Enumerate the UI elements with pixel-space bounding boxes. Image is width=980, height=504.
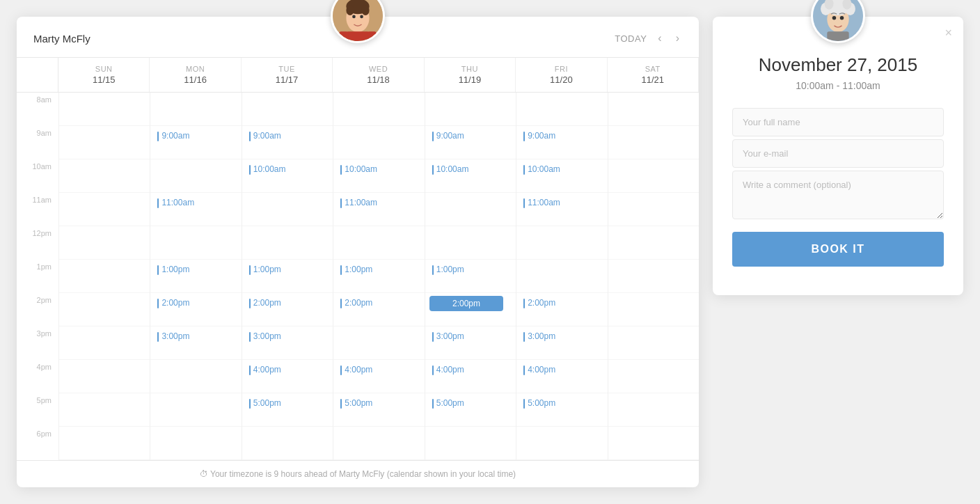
next-week-button[interactable]: › [673, 29, 682, 47]
book-thu-2pm[interactable]: 2:00pm [429, 296, 504, 311]
time-6pm: 6pm [17, 427, 58, 460]
slot-tue-1pm: 1:00pm [242, 260, 333, 293]
time-1pm: 1pm [17, 260, 58, 293]
slot-thu-4pm: 4:00pm [425, 360, 516, 393]
book-tue-9am[interactable]: 9:00am [246, 129, 284, 143]
slot-tue-8am [242, 93, 333, 126]
slot-mon-8am [150, 93, 241, 126]
slot-sat-10am [608, 159, 699, 193]
book-tue-5pm[interactable]: 5:00pm [246, 397, 284, 410]
slot-wed-4pm: 4:00pm [333, 360, 424, 393]
svg-point-18 [840, 16, 844, 20]
slot-thu-12pm [425, 226, 516, 260]
book-mon-1pm[interactable]: 1:00pm [155, 263, 192, 276]
time-2pm: 2pm [17, 293, 58, 326]
book-mon-9am[interactable]: 9:00am [155, 129, 192, 143]
slot-wed-10am: 10:00am [333, 159, 424, 193]
time-header-cell [17, 58, 58, 92]
comment-input[interactable] [732, 171, 944, 219]
slot-sun-8am [59, 93, 150, 126]
book-thu-5pm[interactable]: 5:00pm [429, 397, 467, 410]
slot-thu-2pm: 2:00pm [425, 293, 516, 326]
book-mon-3pm[interactable]: 3:00pm [155, 330, 192, 343]
book-thu-10am[interactable]: 10:00am [429, 163, 472, 176]
slot-sun-9am [59, 126, 150, 159]
book-thu-4pm[interactable]: 4:00pm [429, 363, 467, 377]
book-thu-1pm[interactable]: 1:00pm [429, 263, 467, 276]
slot-sat-8am [608, 93, 699, 126]
slot-fri-12pm [516, 226, 607, 260]
slot-fri-11am: 11:00am [516, 193, 607, 226]
slot-fri-2pm: 2:00pm [516, 293, 607, 326]
slot-sat-3pm [608, 326, 699, 360]
today-button[interactable]: TODAY [615, 33, 647, 44]
day-col-tue: 9:00am 10:00am 1:00pm 2:00pm 3:00pm 4:00… [242, 93, 333, 460]
book-mon-11am[interactable]: 11:00am [155, 196, 197, 210]
slot-sun-4pm [59, 360, 150, 393]
slot-tue-6pm [242, 427, 333, 460]
close-button[interactable]: × [945, 26, 952, 39]
day-header-fri: FRI 11/20 [516, 58, 607, 92]
book-wed-11am[interactable]: 11:00am [338, 196, 380, 210]
book-fri-2pm[interactable]: 2:00pm [521, 297, 558, 310]
slot-mon-4pm [150, 360, 241, 393]
book-thu-9am[interactable]: 9:00am [429, 129, 467, 143]
email-input[interactable] [732, 139, 944, 168]
book-tue-4pm[interactable]: 4:00pm [246, 363, 284, 377]
time-8am: 8am [17, 93, 58, 126]
slot-mon-10am [150, 159, 241, 193]
svg-point-17 [832, 16, 837, 20]
book-wed-4pm[interactable]: 4:00pm [338, 363, 375, 377]
prev-week-button[interactable]: ‹ [655, 29, 664, 47]
book-thu-3pm[interactable]: 3:00pm [429, 330, 467, 343]
time-9am: 9am [17, 126, 58, 159]
avatar-marty-icon [333, 0, 383, 41]
day-header-wed: WED 11/18 [333, 58, 424, 92]
day-col-sun [58, 93, 150, 460]
name-input[interactable] [732, 108, 944, 136]
svg-point-4 [362, 5, 370, 15]
book-wed-2pm[interactable]: 2:00pm [338, 297, 375, 310]
day-header-thu: THU 11/19 [425, 58, 516, 92]
calendar-body: 8am 9am 10am 11am 12pm 1pm 2pm 3pm 4pm 5… [17, 93, 699, 460]
slot-sat-2pm [608, 293, 699, 326]
book-tue-10am[interactable]: 10:00am [246, 163, 289, 176]
book-fri-5pm[interactable]: 5:00pm [521, 397, 558, 410]
slot-mon-2pm: 2:00pm [150, 293, 241, 326]
booking-date: November 27, 2015 [732, 54, 944, 76]
book-tue-2pm[interactable]: 2:00pm [246, 297, 284, 310]
day-col-fri: 9:00am 10:00am 11:00am 2:00pm 3:00pm 4:0… [516, 93, 607, 460]
day-header-sat: SAT 11/21 [608, 58, 699, 92]
book-wed-5pm[interactable]: 5:00pm [338, 397, 375, 410]
book-mon-2pm[interactable]: 2:00pm [155, 297, 192, 310]
slot-sun-3pm [59, 326, 150, 360]
week-header: SUN 11/15 MON 11/16 TUE 11/17 WED 11/18 … [17, 58, 699, 93]
svg-rect-7 [346, 31, 369, 41]
timezone-notice: ⏱ Your timezone is 9 hours ahead of Mart… [200, 469, 516, 479]
slot-thu-10am: 10:00am [425, 159, 516, 193]
book-fri-10am[interactable]: 10:00am [521, 163, 563, 176]
book-it-button[interactable]: BOOK IT [732, 232, 944, 267]
slot-fri-4pm: 4:00pm [516, 360, 607, 393]
time-column: 8am 9am 10am 11am 12pm 1pm 2pm 3pm 4pm 5… [17, 93, 58, 460]
calendar-panel: Marty McFly TODAY ‹ › SUN 11/15 MON 11/1… [17, 17, 699, 487]
slot-fri-9am: 9:00am [516, 126, 607, 159]
day-col-wed: 10:00am 11:00am 1:00pm 2:00pm 4:00pm 5:0… [333, 93, 424, 460]
slot-tue-2pm: 2:00pm [242, 293, 333, 326]
time-11am: 11am [17, 193, 58, 226]
book-fri-9am[interactable]: 9:00am [521, 129, 558, 143]
time-5pm: 5pm [17, 393, 58, 427]
book-fri-4pm[interactable]: 4:00pm [521, 363, 558, 377]
book-tue-3pm[interactable]: 3:00pm [246, 330, 284, 343]
booking-time: 10:00am - 11:00am [732, 80, 944, 91]
time-4pm: 4pm [17, 360, 58, 393]
book-fri-11am[interactable]: 11:00am [521, 196, 563, 210]
book-tue-1pm[interactable]: 1:00pm [246, 263, 284, 276]
slot-thu-5pm: 5:00pm [425, 393, 516, 427]
book-wed-1pm[interactable]: 1:00pm [338, 263, 375, 276]
slot-sun-5pm [59, 393, 150, 427]
book-wed-10am[interactable]: 10:00am [338, 163, 380, 176]
slot-tue-11am [242, 193, 333, 226]
book-fri-3pm[interactable]: 3:00pm [521, 330, 558, 343]
slot-fri-3pm: 3:00pm [516, 326, 607, 360]
